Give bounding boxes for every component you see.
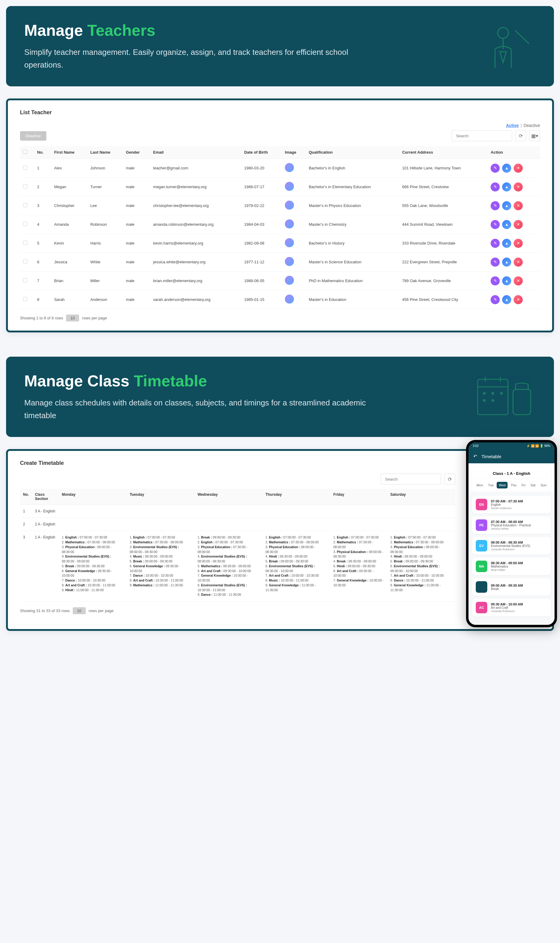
phone-slots: EN 07:00 AM - 07:30 AMEnglishSarah Ander… (468, 491, 555, 625)
phone-statusbar: 3:02⚡ 📶 📶 🔋 98% (468, 442, 555, 449)
day-tab[interactable]: Sun (538, 482, 549, 488)
timetable-slot[interactable]: MA 08:30 AM - 09:00 AMMathematicsBrian M… (472, 558, 551, 575)
row-checkbox[interactable] (23, 222, 27, 226)
card-title: List Teacher (20, 109, 540, 116)
view-button[interactable]: ▲ (502, 164, 511, 173)
delete-button[interactable]: ✕ (514, 295, 523, 304)
col-header: Image (282, 146, 306, 159)
svg-point-6 (483, 392, 485, 395)
teacher-table: No.First NameLast NameGenderEmailDate of… (20, 146, 540, 309)
timetable-table: No.Class SectionMondayTuesdayWednesdayTh… (20, 489, 455, 602)
row-checkbox[interactable] (23, 259, 27, 264)
view-button[interactable]: ▲ (502, 295, 511, 304)
col-header: Class Section (32, 489, 59, 505)
col-header: Friday (330, 489, 387, 505)
subject-icon: AC (476, 602, 487, 613)
delete-button[interactable]: ✕ (514, 220, 523, 229)
delete-button[interactable]: ✕ (514, 182, 523, 192)
back-icon[interactable]: ↶ (473, 454, 477, 459)
day-tab[interactable]: Wed (497, 482, 508, 488)
delete-button[interactable]: ✕ (514, 258, 523, 267)
row-checkbox[interactable] (23, 241, 27, 245)
svg-line-1 (515, 30, 529, 43)
edit-button[interactable]: ✎ (491, 239, 500, 248)
table-row: 3ChristopherLeemale christopher.lee@elem… (20, 196, 540, 215)
hero-desc: Simplify teacher management. Easily orga… (24, 46, 382, 71)
timetable-slot[interactable]: 09:00 AM - 09:30 AMBreak (472, 578, 551, 596)
table-row: 1AlexJohnsonmale teacher@gmail.com1980-0… (20, 159, 540, 178)
edit-button[interactable]: ✎ (491, 164, 500, 173)
col-header: Wednesday (195, 489, 262, 505)
day-tab[interactable]: Mon (474, 482, 485, 488)
hero-timetable: Manage Class Timetable Manage class sche… (6, 357, 554, 437)
status-tabs: Active | Deactive (506, 123, 540, 128)
refresh-icon[interactable]: ⟳ (515, 130, 526, 141)
row-checkbox[interactable] (23, 184, 27, 188)
avatar (285, 182, 294, 191)
col-header: Email (150, 146, 241, 159)
view-button[interactable]: ▲ (502, 258, 511, 267)
phone-header: ↶ Timetable (468, 449, 555, 463)
phone-mockup: 3:02⚡ 📶 📶 🔋 98% ↶ Timetable Class - 1 A … (466, 440, 557, 627)
avatar (285, 201, 294, 210)
row-checkbox[interactable] (23, 297, 27, 301)
pager: Showing 31 to 33 of 33 rows 10 rows per … (20, 607, 455, 614)
col-header: Qualification (306, 146, 399, 159)
card-title: Create Timetable (20, 460, 455, 466)
row-checkbox[interactable] (23, 203, 27, 207)
rows-per-page[interactable]: 10 (66, 315, 79, 322)
timetable-slot[interactable]: AC 09:30 AM - 10:00 AMArt and CraftAmand… (472, 599, 551, 616)
delete-button[interactable]: ✕ (514, 164, 523, 173)
delete-button[interactable]: ✕ (514, 201, 523, 210)
edit-button[interactable]: ✎ (491, 276, 500, 285)
view-button[interactable]: ▲ (502, 201, 511, 210)
delete-button[interactable]: ✕ (514, 276, 523, 285)
tab-deactive[interactable]: Deactive (524, 123, 540, 128)
table-row: 22 A - English (20, 518, 455, 531)
day-tab[interactable]: Tue (486, 482, 496, 488)
view-button[interactable]: ▲ (502, 182, 511, 192)
search-input[interactable] (381, 474, 441, 485)
avatar (285, 238, 294, 247)
col-header: Saturday (387, 489, 455, 505)
view-button[interactable]: ▲ (502, 220, 511, 229)
search-input[interactable] (452, 130, 512, 141)
day-tab[interactable]: Sat (528, 482, 538, 488)
edit-button[interactable]: ✎ (491, 201, 500, 210)
timetable-slot[interactable]: EN 07:00 AM - 07:30 AMEnglishSarah Ander… (472, 496, 551, 513)
view-button[interactable]: ▲ (502, 276, 511, 285)
edit-button[interactable]: ✎ (491, 258, 500, 267)
tab-active[interactable]: Active (506, 123, 519, 128)
refresh-icon[interactable]: ⟳ (444, 474, 455, 485)
rows-per-page[interactable]: 10 (73, 607, 85, 614)
timetable-slot[interactable]: PE 07:30 AM - 08:00 AMPhysical Education… (472, 516, 551, 534)
col-header: Current Address (399, 146, 488, 159)
col-header: Action (488, 146, 540, 159)
col-header: No. (20, 489, 32, 505)
delete-button[interactable]: ✕ (514, 239, 523, 248)
col-header: Last Name (87, 146, 123, 159)
select-all-checkbox[interactable] (23, 150, 27, 154)
edit-button[interactable]: ✎ (491, 182, 500, 192)
subject-icon: MA (476, 561, 487, 572)
col-header: Thursday (262, 489, 330, 505)
table-row: 7BrianMillermale brian.miller@elementary… (20, 272, 540, 290)
day-tab[interactable]: Fri (519, 482, 528, 488)
table-row: 2MeganTurnermale megan.turner@elementary… (20, 178, 540, 196)
teacher-list-card: List Teacher Active | Deactive Deactive … (6, 98, 554, 332)
avatar (285, 276, 294, 285)
day-tab[interactable]: Thu (508, 482, 518, 488)
teacher-icon (481, 22, 536, 71)
row-checkbox[interactable] (23, 165, 27, 170)
edit-button[interactable]: ✎ (491, 220, 500, 229)
view-button[interactable]: ▲ (502, 239, 511, 248)
columns-icon[interactable]: ▦▾ (529, 130, 540, 141)
avatar (285, 257, 294, 266)
timetable-slot[interactable]: EV 08:00 AM - 08:30 AMEnvironmental Stud… (472, 537, 551, 555)
hero-title: Manage Class Timetable (24, 372, 536, 390)
edit-button[interactable]: ✎ (491, 295, 500, 304)
deactive-button[interactable]: Deactive (20, 131, 46, 141)
row-checkbox[interactable] (23, 278, 27, 282)
col-header: No. (34, 146, 51, 159)
svg-rect-11 (513, 389, 531, 415)
